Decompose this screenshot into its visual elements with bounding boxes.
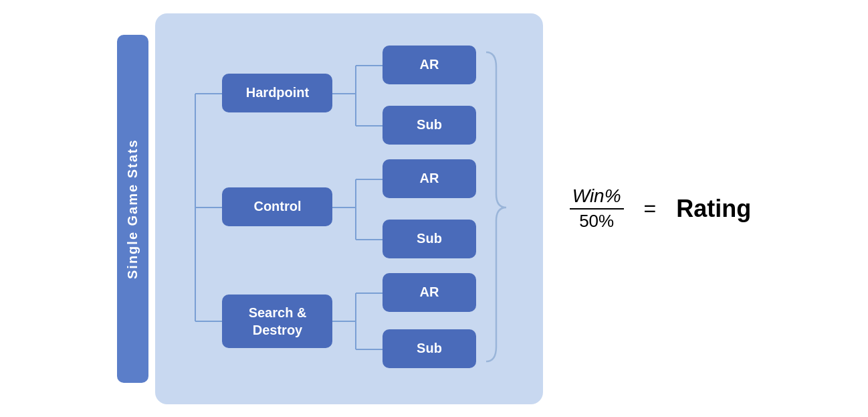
rating-label: Rating <box>676 195 751 223</box>
svg-text:Destroy: Destroy <box>252 323 302 337</box>
svg-text:AR: AR <box>419 57 439 72</box>
svg-text:Control: Control <box>253 199 301 214</box>
main-container: Single Game Stats Hardpoint <box>117 13 752 404</box>
svg-text:Sub: Sub <box>417 341 442 355</box>
svg-text:Hardpoint: Hardpoint <box>246 85 310 100</box>
tree-container: Hardpoint Control Search & Destroy <box>189 33 516 384</box>
formula-area: Win% 50% = Rating <box>570 185 752 232</box>
svg-text:AR: AR <box>419 171 439 185</box>
svg-text:AR: AR <box>419 284 439 299</box>
main-panel: Hardpoint Control Search & Destroy <box>155 13 543 404</box>
equals-sign: = <box>644 196 657 221</box>
tree-svg: Hardpoint Control Search & Destroy <box>189 33 516 382</box>
svg-text:Search &: Search & <box>248 305 306 320</box>
svg-rect-8 <box>222 295 332 348</box>
sidebar-label: Single Game Stats <box>117 35 148 383</box>
numerator: Win% <box>570 185 624 210</box>
denominator: 50% <box>579 210 614 232</box>
fraction: Win% 50% <box>570 185 624 232</box>
svg-text:Sub: Sub <box>417 117 442 132</box>
svg-text:Sub: Sub <box>417 231 442 246</box>
